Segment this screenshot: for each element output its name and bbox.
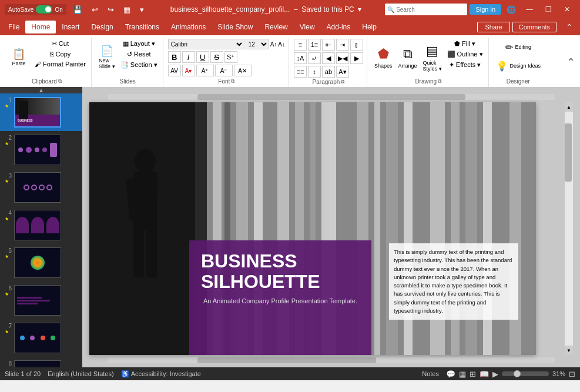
slide-thumb-1[interactable]: 1 ★ BUSINESS <box>0 93 82 131</box>
zoom-slider-thumb[interactable] <box>514 370 521 377</box>
copy-button[interactable]: ⎘ Copy <box>33 49 88 59</box>
numbered-list-button[interactable]: 1≡ <box>308 39 321 51</box>
menu-slideshow[interactable]: Slide Show <box>212 21 259 33</box>
underline-button[interactable]: U <box>196 51 209 63</box>
slide-thumb-6[interactable]: 6 ★ <box>0 282 82 319</box>
font-color-button[interactable]: A▾ <box>182 65 195 76</box>
slide-canvas[interactable]: BUSINESS SILHOUETTE An Animated Company … <box>89 102 536 355</box>
slide-thumb-4[interactable]: 4 ★ <box>0 206 82 244</box>
restore-button[interactable]: ❐ <box>540 3 556 16</box>
font-family-select[interactable]: Calibri <box>168 39 244 49</box>
font-size-decrease2[interactable]: A⁻ <box>215 65 233 76</box>
comments-button[interactable]: Comments <box>512 22 556 32</box>
slide-thumb-3[interactable]: 3 ★ <box>0 169 82 206</box>
arrange-button[interactable]: ⧉ Arrange <box>396 39 420 76</box>
menu-file[interactable]: File <box>2 21 25 33</box>
autosave-badge[interactable]: AutoSave On <box>5 4 66 15</box>
align-center-button[interactable]: ▶◀ <box>336 52 349 64</box>
slide-thumb-2[interactable]: 2 ★ <box>0 131 82 169</box>
undo-button[interactable]: ↩ <box>89 4 101 15</box>
share-button[interactable]: Share <box>477 22 509 32</box>
redo-button[interactable]: ↪ <box>105 4 117 15</box>
normal-view-icon[interactable]: ▦ <box>459 370 466 378</box>
web-button[interactable]: 🌐 <box>504 4 519 15</box>
fit-to-window-icon[interactable]: ⊡ <box>569 370 575 378</box>
menu-addins[interactable]: Add-ins <box>321 21 357 33</box>
slide-sorter-icon[interactable]: ⊞ <box>470 370 476 378</box>
minimize-button[interactable]: — <box>521 3 538 16</box>
zoom-slider[interactable] <box>502 371 549 376</box>
collapse-ribbon-button[interactable]: ⌃ <box>566 56 575 69</box>
presentation-view-button[interactable]: ▦ <box>120 4 133 15</box>
italic-button[interactable]: I <box>182 51 195 63</box>
customize-button[interactable]: ▾ <box>137 4 147 15</box>
shadow-button[interactable]: S⁺ <box>224 51 237 63</box>
editing-button[interactable]: ✏ Editing <box>503 39 534 55</box>
justify-button[interactable]: ≡≡ <box>294 66 307 78</box>
bottom-scroll-thumb[interactable] <box>197 357 376 363</box>
comment-panel-icon[interactable]: 💬 <box>446 370 455 378</box>
font-expand[interactable]: ⧉ <box>231 78 234 85</box>
paragraph-expand[interactable]: ⧉ <box>341 79 344 85</box>
slide-panel-scroll-up[interactable]: ▲ <box>0 87 82 93</box>
font-size-increase2[interactable]: A⁺ <box>196 65 214 76</box>
menu-transitions[interactable]: Transitions <box>119 21 165 33</box>
horizontal-scrollbar[interactable] <box>108 94 555 100</box>
shape-fill-button[interactable]: ⬟ Fill ▾ <box>445 39 485 49</box>
shape-effects-button[interactable]: ✦ Effects ▾ <box>445 60 485 70</box>
text-direction-button[interactable]: ↕A <box>294 52 307 64</box>
decrease-font-button[interactable]: A↓ <box>278 41 285 48</box>
accessibility-indicator[interactable]: ♿ Accessibility: Investigate <box>121 370 201 378</box>
align-left-button[interactable]: ◀ <box>322 52 335 64</box>
font-size-select[interactable]: 12 <box>246 39 269 49</box>
menu-animations[interactable]: Animations <box>165 21 212 33</box>
increase-indent-button[interactable]: ⇥ <box>336 39 349 51</box>
scroll-down-button[interactable]: ▼ <box>565 346 573 355</box>
horizontal-scroll-thumb[interactable] <box>197 94 465 100</box>
menu-design[interactable]: Design <box>85 21 119 33</box>
strikethrough-button[interactable]: S <box>210 51 223 63</box>
vertical-scrollbar[interactable]: ▲ ▼ <box>565 102 573 355</box>
close-button[interactable]: ✕ <box>559 3 575 16</box>
scroll-up-button[interactable]: ▲ <box>565 102 573 112</box>
menu-review[interactable]: Review <box>259 21 293 33</box>
clipboard-expand[interactable]: ⧉ <box>58 78 62 85</box>
bold-button[interactable]: B <box>168 51 181 63</box>
slide-thumb-8[interactable]: 8 ★ <box>0 357 82 367</box>
autosave-toggle[interactable] <box>36 5 52 14</box>
zoom-level[interactable]: 31% <box>552 370 565 377</box>
reading-view-icon[interactable]: 📖 <box>480 370 489 378</box>
search-input[interactable] <box>385 4 467 15</box>
line-spacing-button[interactable]: ↕ <box>308 66 321 78</box>
signin-button[interactable]: Sign in <box>470 4 501 15</box>
shapes-button[interactable]: ⬟ Shapes <box>372 39 395 76</box>
highlight-button[interactable]: ab <box>322 66 335 78</box>
columns-button[interactable]: ⫿ <box>350 39 363 51</box>
clear-format-button[interactable]: A✕ <box>234 65 252 76</box>
menu-insert[interactable]: Insert <box>56 21 85 33</box>
menu-view[interactable]: View <box>294 21 321 33</box>
cut-button[interactable]: ✂ Cut <box>33 39 88 49</box>
paste-button[interactable]: 📋 Paste <box>6 39 32 76</box>
ribbon-collapse-button[interactable]: ⌃ <box>561 21 578 33</box>
convert-smartart-button[interactable]: ⤾ <box>308 52 321 64</box>
format-painter-button[interactable]: 🖌 Format Painter <box>33 59 88 69</box>
notes-button[interactable]: Notes <box>418 370 442 377</box>
slide-thumb-7[interactable]: 7 ★ <box>0 319 82 357</box>
quick-styles-button[interactable]: ▤ QuickStyles ▾ <box>421 39 444 76</box>
decrease-indent-button[interactable]: ⇤ <box>322 39 335 51</box>
align-right-button[interactable]: ▶ <box>350 52 363 64</box>
menu-home[interactable]: Home <box>25 21 56 33</box>
design-ideas-button[interactable]: 💡 Design Ideas <box>494 58 544 74</box>
char-spacing-button[interactable]: AV <box>168 65 181 76</box>
font-color-button2[interactable]: A▾ <box>336 66 349 78</box>
save-button[interactable]: 💾 <box>70 4 85 15</box>
slideshow-icon[interactable]: ▶ <box>492 370 498 378</box>
slide-thumb-5[interactable]: 5 ★ <box>0 244 82 282</box>
bottom-scrollbar[interactable] <box>108 357 555 363</box>
layout-button[interactable]: ▦ Layout ▾ <box>119 39 159 49</box>
shape-outline-button[interactable]: ⬛ Outline ▾ <box>445 49 485 59</box>
drawing-expand[interactable]: ⧉ <box>438 78 441 85</box>
language-indicator[interactable]: English (United States) <box>48 370 114 377</box>
increase-font-button[interactable]: A↑ <box>270 41 277 48</box>
